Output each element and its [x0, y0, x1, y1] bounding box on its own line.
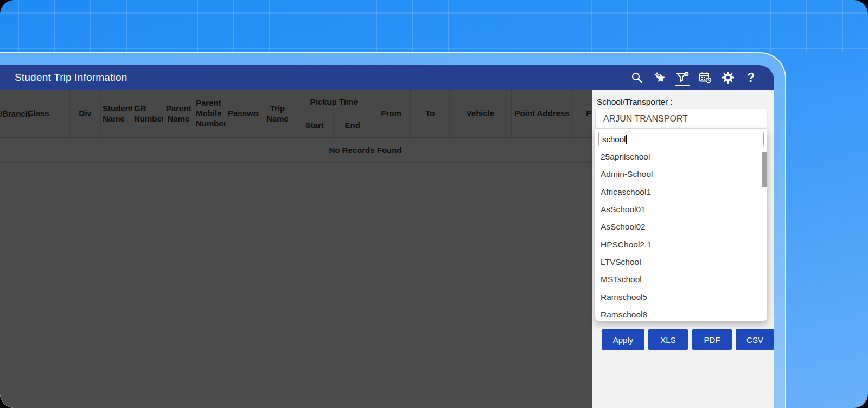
filter-panel: School/Transporter : ARJUN TRANSPORT sch…: [592, 90, 774, 408]
calendar-clock-glyph: [698, 71, 712, 84]
settings-gear-icon[interactable]: [721, 68, 735, 87]
school-option[interactable]: LTVSchool: [595, 253, 767, 271]
school-option[interactable]: HPSChool2.1: [595, 235, 767, 253]
page-title: Student Trip Information: [15, 72, 127, 84]
screenshot-canvas: School/Branch Class Div Student Name GR …: [0, 0, 868, 408]
school-option[interactable]: Admin-School: [595, 165, 767, 183]
selected-school-value: ARJUN TRANSPORT: [603, 114, 688, 124]
gear-glyph: [721, 71, 735, 85]
xls-export-button[interactable]: XLS: [648, 329, 688, 350]
filter-funnel-glyph: [675, 71, 690, 84]
school-transporter-select[interactable]: ARJUN TRANSPORT: [595, 109, 767, 129]
active-filter-indicator: [675, 85, 690, 86]
text-cursor: [626, 135, 627, 144]
modal-dim-overlay: [0, 90, 592, 408]
search-icon[interactable]: [630, 68, 644, 87]
school-option[interactable]: AsSchool02: [595, 218, 767, 235]
favorites-star-icon[interactable]: [653, 68, 667, 87]
school-search-input[interactable]: school: [598, 132, 764, 146]
background-grid: [0, 0, 868, 53]
school-option[interactable]: Ramschool5: [595, 288, 767, 305]
schedule-calendar-icon[interactable]: [698, 68, 712, 87]
titlebar: Student Trip Information: [0, 65, 774, 90]
school-option-list: 25aprilschool Admin-School Africaschool1…: [595, 148, 767, 321]
school-dropdown: school 25aprilschool Admin-School Africa…: [595, 129, 767, 321]
school-option[interactable]: Ramschool8: [595, 306, 767, 321]
school-option[interactable]: AsSchool01: [595, 201, 767, 218]
toolbar-icons: ?: [630, 65, 758, 90]
help-glyph: ?: [747, 71, 755, 85]
dropdown-scrollbar-thumb[interactable]: [762, 152, 767, 187]
school-option[interactable]: MSTschool: [595, 271, 767, 288]
csv-export-button[interactable]: CSV: [736, 329, 774, 350]
search-icon-glyph: [630, 71, 643, 84]
school-transporter-label: School/Transporter :: [597, 97, 673, 107]
school-option[interactable]: Africaschool1: [595, 183, 767, 201]
pdf-export-button[interactable]: PDF: [692, 329, 732, 350]
filter-icon[interactable]: [675, 68, 690, 87]
search-input-value: school: [602, 135, 626, 144]
help-icon[interactable]: ?: [744, 68, 758, 87]
apply-button[interactable]: Apply: [602, 329, 644, 350]
school-option[interactable]: 25aprilschool: [595, 148, 767, 165]
favorites-star-glyph: [653, 71, 667, 84]
